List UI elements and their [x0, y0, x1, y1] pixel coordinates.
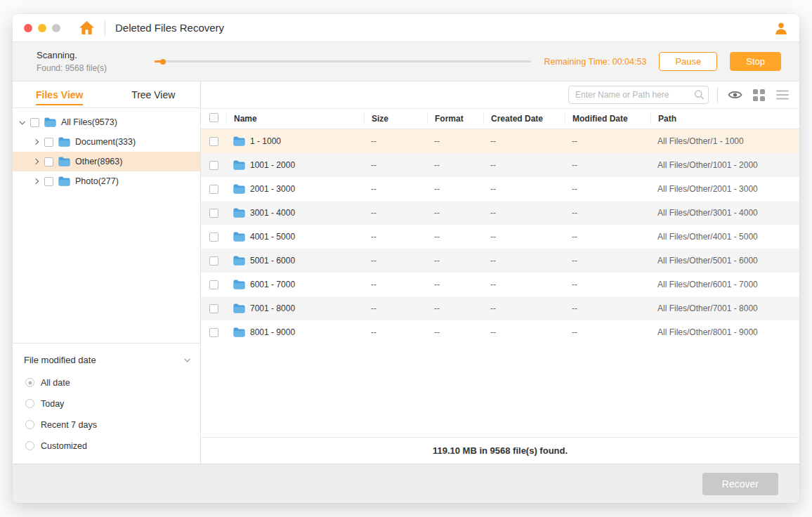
row-path: All Files/Other/2001 - 3000 — [650, 184, 799, 194]
sidebar-tree: All Files(9573) Document(333) Other(8963… — [13, 108, 200, 191]
minimize-button[interactable] — [38, 24, 46, 32]
tree-checkbox[interactable] — [44, 177, 53, 186]
tree-checkbox[interactable] — [30, 118, 39, 127]
filter-radio-option[interactable]: Today — [25, 396, 189, 411]
tree-item[interactable]: Document(333) — [13, 132, 200, 152]
tree-checkbox[interactable] — [44, 138, 53, 147]
row-path: All Files/Other/1001 - 2000 — [650, 160, 799, 170]
row-format: -- — [427, 303, 483, 313]
row-modified-date: -- — [565, 327, 650, 337]
row-created-date: -- — [483, 208, 565, 218]
row-checkbox[interactable] — [209, 256, 218, 266]
tab-files-view[interactable]: Files View — [13, 81, 107, 107]
row-format: -- — [427, 280, 483, 289]
remaining-time: Remaining Time: 00:04:53 — [544, 57, 646, 67]
column-header-name[interactable]: Name — [226, 113, 364, 124]
row-path: All Files/Other/5001 - 6000 — [650, 256, 799, 266]
tree-chevron-icon[interactable] — [33, 178, 39, 184]
home-icon[interactable] — [79, 20, 95, 35]
row-name: 5001 - 6000 — [250, 256, 295, 266]
table-row[interactable]: 6001 - 7000 -- -- -- -- All Files/Other/… — [201, 273, 799, 296]
stop-button[interactable]: Stop — [730, 52, 781, 71]
radio-label: Recent 7 days — [41, 420, 97, 430]
chevron-down-icon[interactable] — [184, 356, 190, 362]
folder-icon — [44, 117, 56, 127]
row-modified-date: -- — [565, 256, 650, 266]
radio-icon[interactable] — [25, 441, 34, 450]
row-checkbox[interactable] — [209, 161, 218, 170]
progress-bar — [155, 60, 531, 63]
radio-label: Today — [41, 399, 64, 409]
sidebar: Files View Tree View All Files(9573) Doc… — [13, 81, 201, 464]
folder-icon — [58, 157, 70, 166]
list-view-icon[interactable] — [774, 86, 791, 103]
tree-item[interactable]: Other(8963) — [13, 152, 200, 171]
row-name: 2001 - 3000 — [250, 184, 295, 194]
tree-chevron-icon[interactable] — [33, 159, 39, 164]
row-checkbox[interactable] — [209, 137, 218, 146]
folder-icon — [58, 176, 70, 186]
tree-chevron-icon[interactable] — [33, 139, 39, 145]
table-row[interactable]: 2001 - 3000 -- -- -- -- All Files/Other/… — [201, 177, 799, 201]
row-modified-date: -- — [565, 184, 650, 194]
column-header-path[interactable]: Path — [650, 113, 799, 124]
row-size: -- — [364, 327, 427, 337]
filter-header[interactable]: File modified date — [24, 351, 189, 369]
zoom-button[interactable] — [52, 24, 60, 32]
account-icon[interactable] — [774, 21, 788, 35]
column-header-modified[interactable]: Modified Date — [565, 113, 650, 124]
table-row[interactable]: 7001 - 8000 -- -- -- -- All Files/Other/… — [201, 296, 799, 320]
content-area: Files View Tree View All Files(9573) Doc… — [13, 81, 799, 464]
main-panel: Name Size Format Created Date Modified D… — [201, 81, 799, 464]
row-created-date: -- — [483, 303, 565, 313]
row-checkbox[interactable] — [209, 185, 218, 194]
grid-view-icon[interactable] — [750, 86, 767, 103]
radio-icon[interactable] — [25, 399, 34, 408]
column-header-format[interactable]: Format — [427, 113, 483, 124]
filter-radio-option[interactable]: All date — [25, 375, 189, 390]
row-name: 4001 - 5000 — [250, 232, 295, 242]
preview-eye-icon[interactable] — [726, 86, 743, 103]
tree-chevron-icon[interactable] — [19, 119, 25, 124]
recover-button[interactable]: Recover — [702, 473, 778, 495]
row-path: All Files/Other/6001 - 7000 — [650, 280, 799, 289]
table-row[interactable]: 1 - 1000 -- -- -- -- All Files/Other/1 -… — [201, 129, 799, 153]
filter-radio-option[interactable]: Customized — [25, 438, 189, 453]
scan-found-count: Found: 9568 file(s) — [37, 63, 142, 73]
radio-icon[interactable] — [25, 378, 34, 387]
row-size: -- — [364, 184, 427, 194]
tree-item[interactable]: All Files(9573) — [13, 112, 200, 132]
row-path: All Files/Other/1 - 1000 — [650, 136, 799, 146]
row-path: All Files/Other/8001 - 9000 — [650, 327, 799, 337]
row-created-date: -- — [483, 136, 565, 146]
tab-tree-view[interactable]: Tree View — [107, 81, 201, 107]
row-checkbox[interactable] — [209, 328, 218, 337]
search-icon[interactable] — [694, 90, 705, 100]
table-row[interactable]: 4001 - 5000 -- -- -- -- All Files/Other/… — [201, 225, 799, 249]
scan-status: Scanning. — [37, 50, 142, 60]
row-size: -- — [364, 303, 427, 313]
tree-item-label: Other(8963) — [75, 157, 122, 166]
folder-icon — [58, 137, 70, 147]
tree-item[interactable]: Photo(277) — [13, 171, 200, 191]
select-all-checkbox[interactable] — [209, 113, 218, 122]
radio-icon[interactable] — [25, 420, 34, 429]
tree-checkbox[interactable] — [44, 157, 53, 166]
search-input[interactable] — [568, 86, 709, 104]
column-header-created[interactable]: Created Date — [483, 113, 565, 124]
table-row[interactable]: 1001 - 2000 -- -- -- -- All Files/Other/… — [201, 153, 799, 177]
column-header-size[interactable]: Size — [364, 113, 427, 124]
row-format: -- — [427, 256, 483, 266]
row-path: All Files/Other/7001 - 8000 — [650, 303, 799, 313]
row-checkbox[interactable] — [209, 209, 218, 218]
table-row[interactable]: 5001 - 6000 -- -- -- -- All Files/Other/… — [201, 249, 799, 273]
row-checkbox[interactable] — [209, 280, 218, 289]
pause-button[interactable]: Pause — [659, 52, 717, 71]
close-button[interactable] — [24, 24, 32, 32]
folder-icon — [233, 280, 245, 289]
table-row[interactable]: 3001 - 4000 -- -- -- -- All Files/Other/… — [201, 201, 799, 225]
row-checkbox[interactable] — [209, 304, 218, 313]
row-checkbox[interactable] — [209, 233, 218, 242]
filter-radio-option[interactable]: Recent 7 days — [25, 417, 189, 432]
table-row[interactable]: 8001 - 9000 -- -- -- -- All Files/Other/… — [201, 320, 799, 344]
